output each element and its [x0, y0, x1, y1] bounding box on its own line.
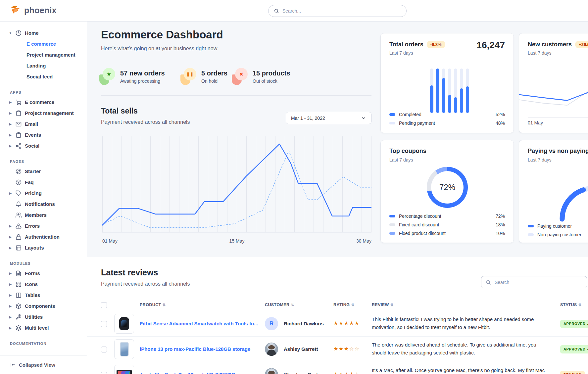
question-circle-icon [16, 179, 22, 185]
sidebar-item-events[interactable]: ▶ Events [0, 129, 87, 140]
sidebar-item-layouts[interactable]: ▶ Layouts [0, 242, 87, 253]
avatar[interactable]: R [265, 317, 278, 330]
sidebar-item-label: Events [25, 132, 41, 138]
legend-label: Percentage discount [399, 213, 496, 219]
avatar[interactable] [265, 343, 278, 356]
orders-bar-chart [430, 69, 469, 113]
chevron-right-icon: ▶ [9, 246, 12, 250]
chevron-down-icon [361, 116, 366, 121]
global-search[interactable] [268, 5, 407, 17]
column-header-product[interactable]: PRODUCT⇅ [140, 303, 166, 307]
sidebar-item-notifications[interactable]: Notifications [0, 199, 87, 210]
sidebar-item-authentication[interactable]: ▶ Authentication [0, 231, 87, 242]
x-tick: 01 May [102, 238, 118, 244]
total-orders-card: Total orders -6.8% Last 7 days 16,247 Co… [380, 33, 514, 133]
sidebar-item-label: Pricing [25, 190, 42, 196]
sidebar-item-social[interactable]: ▶ Social [0, 140, 87, 151]
sidebar-item-tables[interactable]: ▶ Tables [0, 290, 87, 301]
review-text: The order was delivered ahead of schedul… [372, 341, 551, 357]
product-image-iphone[interactable] [114, 339, 134, 359]
sidebar-item-label: Utilities [25, 314, 43, 320]
sort-icon: ⇅ [163, 303, 166, 307]
sidebar-item-landing[interactable]: Landing [0, 60, 87, 71]
rating-stars: ★★★☆☆ [333, 346, 360, 352]
legend-label: Fixed card discount [399, 222, 496, 227]
sidebar-item-label: Social [25, 143, 39, 149]
sidebar-item-errors[interactable]: ▶ Errors [0, 220, 87, 231]
chevron-right-icon: ▶ [9, 112, 12, 115]
stat-on-hold: ❚❚ 5 orders On hold [180, 68, 227, 85]
stat-value: 15 products [253, 70, 290, 77]
avatar[interactable] [265, 368, 278, 374]
mail-icon [16, 121, 22, 127]
chevron-right-icon: ▶ [9, 304, 12, 308]
sidebar-item-project-management[interactable]: ▶ Project management [0, 108, 87, 118]
chevron-right-icon: ▶ [9, 283, 12, 286]
sidebar-item-multi-level[interactable]: ▶ Multi level [0, 322, 87, 333]
select-all-checkbox[interactable] [101, 302, 107, 308]
x-tick: 01 May [528, 120, 543, 125]
reviews-search[interactable] [481, 276, 587, 288]
sidebar-item-forms[interactable]: ▶ Forms [0, 268, 87, 279]
column-header-customer[interactable]: CUSTOMER⇅ [265, 303, 294, 307]
product-image-macbook[interactable] [114, 365, 134, 374]
package-icon [16, 303, 22, 309]
legend-swatch [528, 233, 534, 236]
legend-label: Paying customer [537, 223, 588, 229]
product-link[interactable]: Fitbit Sense Advanced Smartwatch with To… [140, 321, 258, 326]
sidebar-item-utilities[interactable]: ▶ Utilities [0, 311, 87, 322]
global-search-input[interactable] [282, 8, 401, 14]
sidebar-item-label: Tables [25, 292, 40, 298]
column-header-status[interactable]: STATUS⇅ [560, 303, 581, 307]
review-text: It's a Mac, after all. Once you've gone … [372, 366, 551, 374]
column-header-rating[interactable]: RATING⇅ [333, 303, 354, 307]
status-badge: APPROVED ✓ [560, 320, 588, 328]
chevron-right-icon: ▶ [9, 101, 12, 104]
reviews-table-header: PRODUCT⇅ CUSTOMER⇅ RATING⇅ REVIEW⇅ STATU… [87, 299, 588, 311]
chevron-right-icon: ▶ [9, 315, 12, 319]
paying-legend: Paying customer Non-paying customer [528, 222, 588, 239]
app-root: phoenix ▼ Home E commerce Project manage… [0, 0, 588, 374]
customer-name: Ashley Garrett [284, 346, 318, 352]
row-checkbox[interactable] [101, 372, 107, 374]
legend-swatch [389, 113, 395, 116]
sidebar-item-social-feed[interactable]: Social feed [0, 71, 87, 82]
sidebar-item-ecommerce-dashboard[interactable]: E commerce [0, 38, 87, 49]
chevron-right-icon: ▶ [9, 272, 12, 275]
sidebar-item-home[interactable]: ▼ Home [0, 27, 87, 38]
brand-logo[interactable]: phoenix [9, 4, 57, 16]
collapse-sidebar-toggle[interactable]: Collapsed View [0, 355, 87, 374]
sidebar-item-label: Members [25, 212, 47, 218]
collapse-arrow-icon [10, 362, 15, 367]
product-link[interactable]: Apple MacBook Pro 13 inch-M1-8/256GB [140, 372, 235, 374]
sidebar-item-label: Icons [25, 281, 38, 287]
chevron-right-icon: ▶ [9, 235, 12, 239]
status-badge: PENDING [560, 371, 585, 374]
row-checkbox[interactable] [101, 347, 107, 352]
sidebar-item-pricing[interactable]: ▶ Pricing [0, 188, 87, 199]
collapse-label: Collapsed View [19, 362, 55, 368]
total-sells-chart[interactable] [102, 136, 371, 236]
sidebar-item-email[interactable]: ▶ Email [0, 118, 87, 129]
wrench-icon [16, 314, 22, 320]
product-image-smartwatch[interactable] [114, 314, 134, 334]
legend-swatch [528, 225, 534, 227]
users-icon [16, 212, 22, 218]
row-checkbox[interactable] [101, 321, 107, 327]
product-link[interactable]: iPhone 13 pro max-Pacific Blue-128GB sto… [140, 346, 250, 352]
sidebar-item-project-management-dashboard[interactable]: Project management [0, 49, 87, 60]
sidebar-item-label: Forms [25, 270, 40, 276]
new-orders-icon: ★ [99, 68, 115, 85]
column-header-review[interactable]: REVIEW⇅ [372, 303, 393, 307]
sidebar-item-ecommerce[interactable]: ▶ E commerce [0, 97, 87, 108]
layout-icon [16, 245, 22, 251]
alert-triangle-icon [16, 223, 22, 229]
reviews-search-input[interactable] [495, 280, 582, 285]
sidebar-item-faq[interactable]: Faq [0, 177, 87, 188]
sidebar-item-starter[interactable]: Starter [0, 166, 87, 177]
date-range-select[interactable]: Mar 1 - 31, 2022 [286, 112, 371, 124]
stat-value: 5 orders [201, 70, 227, 77]
sidebar-item-members[interactable]: Members [0, 210, 87, 220]
sidebar-item-components[interactable]: ▶ Components [0, 301, 87, 311]
sidebar-item-icons[interactable]: ▶ Icons [0, 279, 87, 290]
